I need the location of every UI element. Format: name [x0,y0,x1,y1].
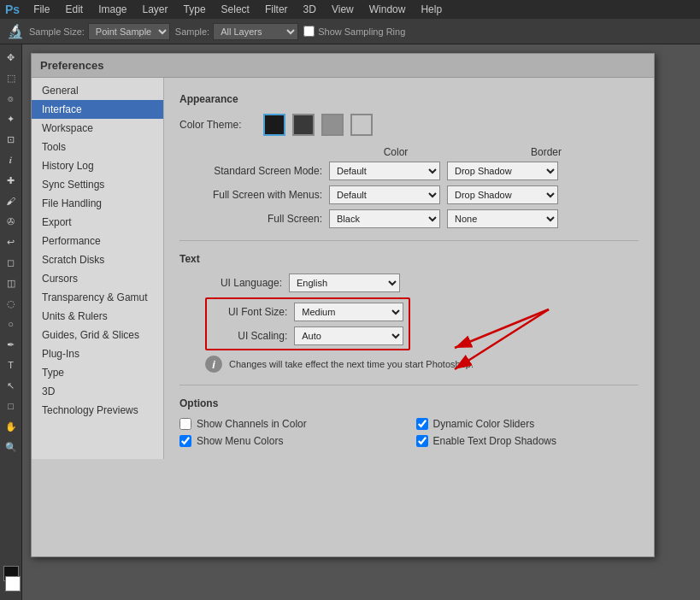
standard-screen-label: Standard Screen Mode: [179,165,322,177]
menu-3d[interactable]: 3D [297,2,323,17]
enable-text-drop-shadows-checkbox[interactable] [416,435,428,447]
main-layout: ✥ ⬚ ⌾ ✦ ⊡ 𝒊 ✚ 🖌 ✇ ↩ ◻ ◫ ◌ ○ ✒ T ↖ □ ✋ 🔍 … [0,44,700,600]
dynamic-color-sliders-checkbox[interactable] [416,418,428,430]
menu-select[interactable]: Select [215,2,256,17]
full-screen-color-select[interactable]: Black [329,209,440,228]
standard-screen-color-select[interactable]: Default [329,162,440,180]
standard-screen-mode-row: Standard Screen Mode: Default Drop Shado… [179,162,638,180]
sidebar-item-cursors[interactable]: Cursors [32,269,163,288]
sample-size-select[interactable]: Point Sample [88,23,170,40]
shape-tool[interactable]: □ [2,397,21,415]
ui-scaling-row: UI Scaling: Auto [212,326,403,345]
text-section: Text UI Language: English [179,253,638,373]
eyedropper-tool[interactable]: 🔬 [7,23,24,39]
ps-logo: Ps [5,3,20,16]
zoom-tool[interactable]: 🔍 [2,438,21,456]
crop-tool[interactable]: ⊡ [2,130,21,149]
sample-select[interactable]: All Layers [213,23,298,40]
gradient-tool[interactable]: ◫ [2,274,21,292]
text-divider [179,385,638,385]
hand-tool[interactable]: ✋ [2,417,21,436]
show-sampling-ring-checkbox[interactable] [303,26,315,37]
options-grid: Show Channels in Color Dynamic Color Sli… [179,418,638,447]
sidebar-item-sync-settings[interactable]: Sync Settings [32,175,163,194]
ui-scaling-select[interactable]: Auto [294,326,403,345]
show-menu-colors-checkbox[interactable] [179,435,191,447]
lasso-tool[interactable]: ⌾ [2,89,21,108]
type-tool[interactable]: T [2,356,21,374]
options-toolbar: 🔬 Sample Size: Point Sample Sample: All … [0,19,700,44]
clone-tool[interactable]: ✇ [2,212,21,231]
color-column-header: Color [336,146,456,158]
full-screen-border-select[interactable]: None [447,209,558,228]
content-area: Preferences General Interface Workspace … [22,44,700,600]
menu-help[interactable]: Help [414,2,449,17]
menu-layer[interactable]: Layer [136,2,175,17]
border-column-header: Border [486,146,606,158]
brush-tool[interactable]: 🖌 [2,191,21,210]
theme-btn-light[interactable] [350,114,373,136]
full-screen-menus-color-select[interactable]: Default [329,185,440,204]
preferences-dialog: Preferences General Interface Workspace … [31,53,655,557]
sidebar-item-file-handling[interactable]: File Handling [32,194,163,213]
sidebar-item-general[interactable]: General [32,81,163,100]
ui-language-select[interactable]: English [289,274,400,292]
theme-btn-dark[interactable] [263,114,285,136]
full-screen-menus-row: Full Screen with Menus: Default Drop Sha… [179,185,638,204]
sidebar-item-export[interactable]: Export [32,213,163,232]
sidebar-item-history-log[interactable]: History Log [32,156,163,175]
selection-tool[interactable]: ⬚ [2,68,21,87]
standard-screen-border-select[interactable]: Drop Shadow [447,162,558,180]
ui-language-label: UI Language: [205,277,282,289]
sidebar-item-technology-previews[interactable]: Technology Previews [32,401,163,420]
option-show-menu-colors: Show Menu Colors [179,435,403,447]
menu-bar: Ps File Edit Image Layer Type Select Fil… [0,0,700,19]
dynamic-color-sliders-label: Dynamic Color Sliders [433,418,535,430]
full-screen-menus-border-select[interactable]: Drop Shadow [447,185,558,204]
dodge-tool[interactable]: ○ [2,315,21,333]
sidebar-item-type[interactable]: Type [32,363,163,382]
prefs-main-content: Appearance Color Theme: Color [164,78,654,459]
option-dynamic-color-sliders: Dynamic Color Sliders [416,418,639,430]
theme-btn-medium-dark[interactable] [292,114,315,136]
background-color[interactable] [5,576,21,591]
menu-filter[interactable]: Filter [258,2,295,17]
sidebar-item-3d[interactable]: 3D [32,382,163,401]
sidebar-item-interface[interactable]: Interface [32,100,163,119]
pen-tool[interactable]: ✒ [2,335,21,354]
ui-font-size-row: UI Font Size: Medium [212,303,403,321]
menu-file[interactable]: File [26,2,56,17]
sidebar-item-transparency-gamut[interactable]: Transparency & Gamut [32,288,163,307]
highlighted-controls-wrapper: UI Font Size: Medium UI Scaling: A [205,297,410,350]
menu-window[interactable]: Window [362,2,413,17]
history-brush-tool[interactable]: ↩ [2,232,21,251]
spot-heal-tool[interactable]: ✚ [2,171,21,190]
full-screen-menus-label: Full Screen with Menus: [179,189,322,201]
sidebar-item-units-rulers[interactable]: Units & Rulers [32,307,163,326]
ui-font-size-select[interactable]: Medium [294,303,403,321]
dialog-body: General Interface Workspace Tools Histor… [32,78,654,459]
sidebar-item-guides-grid-slices[interactable]: Guides, Grid & Slices [32,326,163,344]
move-tool[interactable]: ✥ [2,48,21,67]
menu-type[interactable]: Type [177,2,213,17]
menu-edit[interactable]: Edit [58,2,90,17]
sidebar-item-scratch-disks[interactable]: Scratch Disks [32,250,163,269]
sidebar-item-plug-ins[interactable]: Plug-Ins [32,344,163,363]
eraser-tool[interactable]: ◻ [2,253,21,272]
options-section: Options Show Channels in Color Dynamic C… [179,397,638,447]
show-channels-checkbox[interactable] [179,418,191,430]
menu-image[interactable]: Image [91,2,133,17]
options-section-title: Options [179,397,638,409]
theme-btn-medium-light[interactable] [321,114,344,136]
quick-select-tool[interactable]: ✦ [2,109,21,128]
show-menu-colors-label: Show Menu Colors [197,435,283,447]
info-row: i Changes will take effect the next time… [205,356,638,373]
path-select-tool[interactable]: ↖ [2,376,21,395]
sidebar-item-performance[interactable]: Performance [32,232,163,250]
eyedropper-tool[interactable]: 𝒊 [2,150,21,169]
full-screen-label: Full Screen: [179,213,322,225]
menu-view[interactable]: View [325,2,361,17]
blur-tool[interactable]: ◌ [2,294,21,313]
sidebar-item-tools[interactable]: Tools [32,138,163,156]
sidebar-item-workspace[interactable]: Workspace [32,119,163,138]
